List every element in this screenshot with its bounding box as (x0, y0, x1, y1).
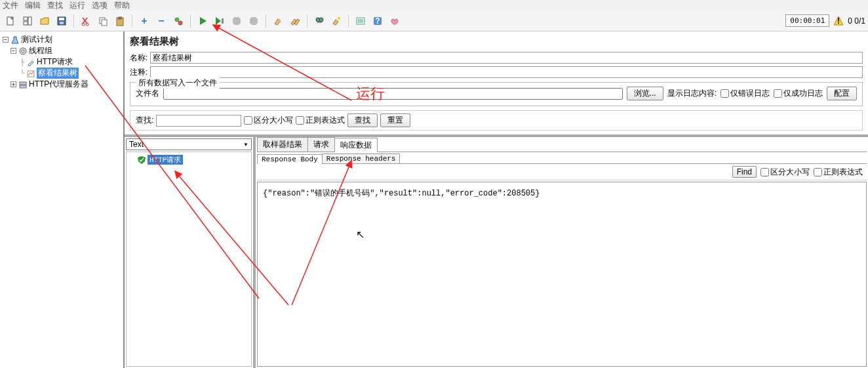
tree-view-results[interactable]: └ 察看结果树 (3, 68, 121, 79)
results-area: Text▼ HTTP请求 取样器结果 请求 响应数据 (125, 134, 868, 368)
reset-button[interactable]: 重置 (380, 113, 410, 127)
tree-proxy[interactable]: + HTTP代理服务器 (3, 79, 121, 90)
panel-title: 察看结果树 (125, 31, 868, 51)
fieldset-legend: 所有数据写入一个文件 (136, 77, 220, 89)
run-icon[interactable] (195, 13, 210, 29)
toolbar-separator (132, 14, 132, 28)
svg-rect-12 (119, 17, 121, 19)
toolbar-right: 00:00:01 ! 0 0/1 (785, 14, 865, 27)
function-helper-icon[interactable] (353, 13, 368, 29)
toolbar-separator (266, 14, 266, 28)
shutdown-icon[interactable] (246, 13, 262, 29)
svg-rect-2 (24, 22, 28, 25)
elapsed-timer: 00:00:01 (785, 14, 829, 27)
collapse-icon[interactable]: − (153, 13, 169, 29)
search-button[interactable]: 查找 (347, 113, 378, 127)
find-row: Find 区分大小写 正则表达式 (257, 164, 867, 180)
name-label: 名称: (130, 52, 148, 64)
help-icon[interactable]: ? (370, 13, 385, 29)
write-file-fieldset: 所有数据写入一个文件 文件名 浏览... 显示日志内容: 仅错误日志 仅成功日志… (130, 82, 863, 106)
find-case-checkbox[interactable]: 区分大小写 (760, 167, 810, 178)
response-body-text[interactable]: {"reason":"错误的手机号码","result":null,"error… (257, 182, 867, 367)
tree-thread-group[interactable]: − 线程组 (3, 45, 121, 56)
menu-help[interactable]: 帮助 (114, 0, 130, 11)
svg-rect-27 (20, 85, 26, 88)
menu-edit[interactable]: 编辑 (25, 0, 41, 11)
plugin-icon[interactable] (387, 13, 403, 29)
browse-button[interactable]: 浏览... (627, 87, 663, 100)
tab-response-data[interactable]: 响应数据 (334, 138, 378, 152)
stop-icon[interactable] (229, 13, 245, 29)
warning-icon[interactable]: ! (833, 16, 844, 26)
cursor-icon: ↖ (356, 228, 365, 241)
find-regex-checkbox[interactable]: 正则表达式 (814, 167, 863, 178)
menu-run[interactable]: 运行 (69, 0, 85, 11)
tab-request[interactable]: 请求 (307, 137, 335, 152)
svg-rect-1 (24, 17, 28, 20)
new-icon[interactable] (3, 13, 18, 29)
result-list-panel: Text▼ HTTP请求 (125, 137, 256, 368)
tab-response-headers[interactable]: Response headers (322, 153, 401, 163)
tab-sampler-result[interactable]: 取样器结果 (257, 137, 308, 152)
find-button[interactable]: Find (732, 166, 757, 178)
svg-rect-3 (28, 17, 31, 25)
content-panel: 察看结果树 名称: 注释: 所有数据写入一个文件 文件名 浏览... 显示日志内… (125, 31, 868, 368)
open-icon[interactable] (37, 13, 52, 29)
test-plan-tree[interactable]: − 测试计划 − 线程组 ├ HTTP请求 └ 察看结果树 (0, 31, 125, 368)
menu-file[interactable]: 文件 (3, 0, 18, 11)
svg-point-13 (175, 18, 179, 22)
search-label: 查找: (136, 115, 153, 126)
svg-rect-26 (20, 82, 26, 85)
configure-button[interactable]: 配置 (827, 87, 857, 100)
run-no-pause-icon[interactable] (212, 13, 227, 29)
copy-icon[interactable] (95, 13, 111, 29)
sub-tabs: Response Body Response headers (257, 153, 867, 164)
success-shield-icon (137, 155, 146, 165)
renderer-dropdown[interactable]: Text▼ (126, 138, 252, 150)
svg-point-18 (338, 17, 340, 20)
comment-label: 注释: (130, 67, 148, 78)
templates-icon[interactable] (20, 13, 35, 29)
paste-icon[interactable] (112, 13, 128, 29)
comment-input[interactable] (150, 66, 863, 78)
svg-rect-15 (222, 18, 224, 24)
result-detail-panel: 取样器结果 请求 响应数据 Response Body Response hea… (256, 137, 868, 368)
results-icon (26, 69, 35, 78)
save-icon[interactable] (54, 13, 69, 29)
tab-response-body[interactable]: Response Body (257, 154, 323, 164)
menu-options[interactable]: 选项 (92, 0, 108, 11)
clear-all-icon[interactable] (287, 13, 303, 29)
tree-http-request[interactable]: ├ HTTP请求 (3, 56, 121, 68)
clear-icon[interactable] (270, 13, 286, 29)
case-sensitive-checkbox[interactable]: 区分大小写 (244, 115, 293, 126)
search-icon[interactable] (311, 13, 327, 29)
toolbar-separator (307, 14, 307, 28)
menu-find[interactable]: 查找 (47, 0, 63, 11)
name-input[interactable] (150, 52, 863, 64)
gear-icon (18, 47, 28, 56)
svg-point-14 (178, 21, 182, 25)
annotation-run-text: 运行 (356, 84, 385, 104)
filename-input[interactable] (163, 88, 623, 100)
search-input[interactable] (156, 115, 241, 127)
svg-rect-10 (102, 20, 107, 26)
flask-icon (10, 35, 20, 45)
svg-rect-6 (60, 22, 64, 24)
cut-icon[interactable] (78, 13, 94, 29)
toolbar: + − ? 00:00:01 ! 0 0/1 (0, 10, 868, 31)
svg-rect-5 (59, 18, 64, 20)
app-window: 文件 编辑 查找 运行 选项 帮助 + − ? 00:00 (0, 0, 868, 368)
errors-only-checkbox[interactable]: 仅错误日志 (720, 88, 770, 99)
menu-bar: 文件 编辑 查找 运行 选项 帮助 (0, 0, 868, 10)
toggle-icon[interactable] (170, 13, 186, 29)
success-only-checkbox[interactable]: 仅成功日志 (774, 88, 823, 99)
reset-search-icon[interactable] (328, 13, 344, 29)
result-tree[interactable]: HTTP请求 (126, 152, 252, 367)
tree-root[interactable]: − 测试计划 (3, 34, 121, 45)
regex-checkbox[interactable]: 正则表达式 (296, 115, 345, 126)
result-item-http[interactable]: HTTP请求 (129, 155, 248, 165)
server-icon (18, 80, 28, 89)
expand-icon[interactable]: + (136, 13, 152, 29)
filename-label: 文件名 (136, 88, 159, 99)
log-label: 显示日志内容: (667, 88, 717, 99)
